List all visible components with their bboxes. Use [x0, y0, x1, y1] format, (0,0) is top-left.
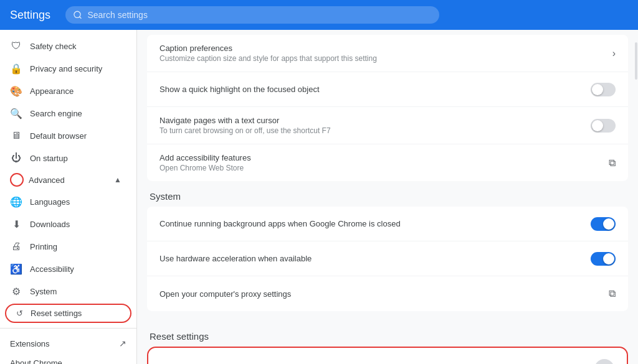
system-section-label: System [147, 181, 628, 207]
scrollbar-track [634, 30, 638, 364]
toggle-knob [592, 84, 603, 95]
search-icon [73, 10, 82, 20]
sidebar-divider [0, 328, 136, 329]
advanced-circle-highlight [10, 173, 24, 187]
page-title: Settings [10, 9, 50, 22]
sidebar-item-accessibility[interactable]: ♿ Accessibility [0, 258, 131, 280]
accessibility-features-row[interactable]: Add accessibility features Open Chrome W… [147, 144, 628, 181]
search-input[interactable] [87, 10, 432, 20]
text-cursor-row: Navigate pages with a text cursor To tur… [147, 107, 628, 144]
browser-icon: 🖥 [10, 129, 22, 142]
header: Settings [0, 0, 638, 30]
sidebar-item-extensions[interactable]: Extensions ↗ [0, 334, 136, 353]
toggle-knob-3 [603, 218, 614, 230]
restore-defaults-row[interactable]: Restore settings to their original defau… [148, 350, 627, 364]
reset-icon: ↺ [16, 309, 23, 318]
shield-icon: 🛡 [10, 40, 22, 52]
language-icon: 🌐 [10, 195, 22, 208]
content-area: Caption preferences Customize caption si… [137, 30, 638, 364]
reset-section-label: Reset settings [147, 321, 628, 347]
system-card: Continue running background apps when Go… [147, 207, 628, 311]
caption-preferences-row[interactable]: Caption preferences Customize caption si… [147, 35, 628, 72]
text-cursor-title: Navigate pages with a text cursor [160, 116, 591, 125]
background-apps-toggle[interactable] [591, 217, 616, 231]
main-layout: 🛡 Safety check 🔒 Privacy and security 🎨 … [0, 30, 638, 364]
restore-defaults-button[interactable]: › [594, 359, 614, 364]
text-cursor-toggle[interactable] [591, 119, 616, 133]
search-engine-icon: 🔍 [10, 107, 22, 119]
accessibility-icon: ♿ [10, 263, 22, 275]
sidebar-item-appearance[interactable]: 🎨 Appearance [0, 80, 131, 102]
sidebar-item-system[interactable]: ⚙ System [0, 280, 131, 302]
background-apps-title: Continue running background apps when Go… [160, 219, 591, 228]
svg-line-1 [80, 17, 82, 19]
quick-highlight-title: Show a quick highlight on the focused ob… [160, 85, 591, 94]
quick-highlight-row: Show a quick highlight on the focused ob… [147, 72, 628, 107]
toggle-knob-2 [592, 120, 603, 131]
reset-section-wrapper: Reset settings Restore settings to their… [147, 321, 628, 364]
external-icon-accessibility: ⧉ [609, 157, 616, 169]
hardware-acceleration-title: Use hardware acceleration when available [160, 254, 591, 263]
accessibility-card: Caption preferences Customize caption si… [147, 35, 628, 181]
proxy-settings-row[interactable]: Open your computer's proxy settings ⧉ [147, 276, 628, 311]
sidebar-item-default-browser[interactable]: 🖥 Default browser [0, 124, 131, 147]
download-icon: ⬇ [10, 218, 22, 230]
sidebar-item-search-engine[interactable]: 🔍 Search engine [0, 102, 131, 124]
caption-preferences-sub: Customize caption size and style for app… [160, 54, 612, 63]
sidebar-item-languages[interactable]: 🌐 Languages [0, 190, 131, 213]
sidebar-item-printing[interactable]: 🖨 Printing [0, 235, 131, 258]
accessibility-features-sub: Open Chrome Web Store [160, 164, 609, 172]
lock-icon: 🔒 [10, 62, 22, 75]
toggle-knob-4 [603, 253, 614, 264]
advanced-section-header[interactable]: Advanced ▲ [0, 169, 131, 190]
system-icon: ⚙ [10, 285, 22, 297]
external-link-icon: ↗ [119, 338, 126, 348]
reset-card: Restore settings to their original defau… [147, 347, 628, 364]
background-apps-row: Continue running background apps when Go… [147, 207, 628, 241]
advanced-label: Advanced [29, 175, 65, 185]
svg-point-0 [74, 11, 80, 17]
caption-preferences-title: Caption preferences [160, 44, 612, 53]
hardware-acceleration-toggle[interactable] [591, 252, 616, 266]
sidebar-item-about-chrome[interactable]: About Chrome [0, 353, 131, 364]
sidebar-item-safety-check[interactable]: 🛡 Safety check [0, 35, 131, 57]
accessibility-features-title: Add accessibility features [160, 153, 609, 162]
quick-highlight-toggle[interactable] [591, 83, 616, 96]
sidebar-item-reset-settings[interactable]: ↺ Reset settings [5, 304, 131, 323]
external-icon-proxy: ⧉ [609, 288, 616, 299]
search-bar[interactable] [65, 6, 439, 24]
sidebar-item-on-startup[interactable]: ⏻ On startup [0, 147, 131, 169]
hardware-acceleration-row: Use hardware acceleration when available [147, 241, 628, 276]
startup-icon: ⏻ [10, 152, 22, 164]
chevron-up-icon: ▲ [114, 175, 121, 184]
text-cursor-sub: To turn caret browsing on or off, use th… [160, 126, 591, 135]
sidebar: 🛡 Safety check 🔒 Privacy and security 🎨 … [0, 30, 137, 364]
sidebar-item-downloads[interactable]: ⬇ Downloads [0, 213, 131, 235]
appearance-icon: 🎨 [10, 85, 22, 97]
print-icon: 🖨 [10, 240, 22, 253]
sidebar-item-privacy-security[interactable]: 🔒 Privacy and security [0, 57, 131, 80]
caption-arrow-icon: › [612, 48, 616, 59]
scrollbar-thumb[interactable] [635, 42, 637, 80]
proxy-settings-title: Open your computer's proxy settings [160, 289, 609, 299]
